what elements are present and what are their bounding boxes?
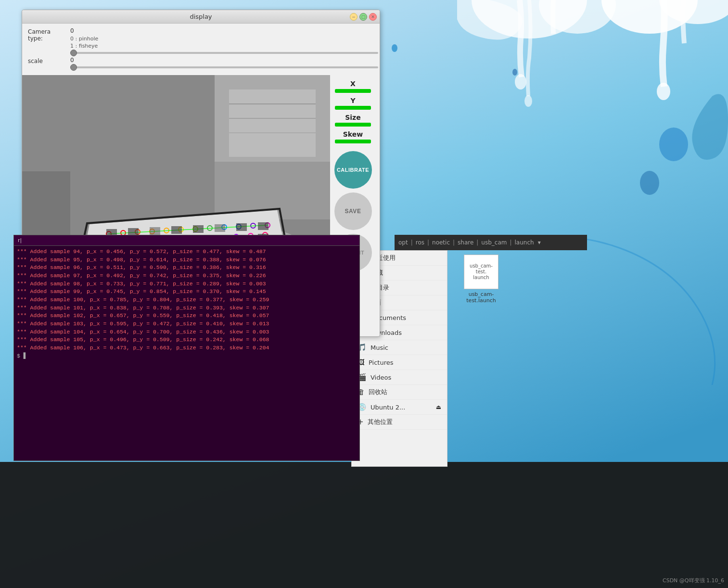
terminal-header-text: r| <box>18 237 22 243</box>
terminal-line: *** Added sample 98, p_x = 0.733, p_y = … <box>17 280 357 288</box>
controls-area: Camera type: 0 0 : pinhole 1 : fisheye s… <box>22 24 380 75</box>
taskbar-item-launch[interactable]: launch <box>513 239 536 246</box>
calibrate-button[interactable]: CALIBRATE <box>334 151 372 189</box>
metric-x-bar-fill <box>335 89 371 93</box>
camera-type-value: 0 <box>70 27 378 34</box>
minimize-button[interactable]: − <box>350 13 358 21</box>
terminal-content[interactable]: *** Added sample 94, p_x = 0.456, p_y = … <box>14 246 359 460</box>
file-manager-item-label: 回收站 <box>369 388 387 396</box>
file-manager-item[interactable]: 💿Ubuntu 2...⏏ <box>352 400 447 415</box>
window-controls: − □ ✕ <box>350 13 377 21</box>
file-manager-item-label: Music <box>370 344 388 351</box>
save-button[interactable]: SAVE <box>334 192 372 230</box>
taskbar-item-share[interactable]: share <box>456 239 475 246</box>
taskbar-item-noetic[interactable]: noetic <box>430 239 452 246</box>
file-manager-item-label: Pictures <box>369 359 393 366</box>
file-manager-item[interactable]: +其他位置 <box>352 415 447 430</box>
scale-right: 0 <box>70 57 378 68</box>
terminal-line: *** Added sample 104, p_x = 0.654, p_y =… <box>17 328 357 336</box>
metric-y: Y <box>332 97 373 110</box>
file-manager-item[interactable]: 🎬Videos <box>352 370 447 385</box>
terminal-line: *** Added sample 106, p_x = 0.473, p_y =… <box>17 344 357 352</box>
terminal-window: r| *** Added sample 94, p_x = 0.456, p_y… <box>13 235 360 461</box>
metric-skew: Skew <box>332 130 373 143</box>
metric-skew-bar-bg <box>335 140 371 143</box>
metric-size-label: Size <box>345 114 361 121</box>
taskbar-item-ros[interactable]: ros <box>414 239 426 246</box>
camera-option-1: 1 : fisheye <box>70 42 378 50</box>
file-manager-item-label: Videos <box>370 374 391 381</box>
camera-option-0: 0 : pinhole <box>70 35 378 42</box>
taskbar-sep-2: | <box>427 239 429 246</box>
taskbar-sep-1: | <box>411 239 413 246</box>
scale-row: scale 0 <box>28 57 374 68</box>
eject-icon[interactable]: ⏏ <box>436 404 441 410</box>
csdn-watermark: CSDN @Q咩变强 1.10_6 <box>663 577 724 584</box>
svg-rect-86 <box>193 225 204 233</box>
file-manager-item-label: 其他位置 <box>368 418 393 426</box>
file-manager-item-label: Ubuntu 2... <box>370 404 405 411</box>
svg-rect-89 <box>258 222 268 230</box>
terminal-line: *** Added sample 103, p_x = 0.595, p_y =… <box>17 320 357 328</box>
scale-slider-thumb[interactable] <box>70 64 77 71</box>
camera-type-slider-thumb[interactable] <box>70 50 77 56</box>
taskbar: opt | ros | noetic | share | usb_cam | l… <box>395 235 587 250</box>
svg-rect-84 <box>150 227 160 235</box>
taskbar-item-usbcam[interactable]: usb_cam <box>479 239 509 246</box>
camera-type-label: Camera type: <box>28 27 66 42</box>
camera-type-right: 0 0 : pinhole 1 : fisheye <box>70 27 378 54</box>
metric-y-label: Y <box>350 97 355 104</box>
taskbar-sep-5: | <box>510 239 511 246</box>
terminal-line: *** Added sample 101, p_x = 0.838, p_y =… <box>17 304 357 312</box>
file-manager-item[interactable]: 🖼Pictures <box>352 355 447 370</box>
terminal-line: *** Added sample 97, p_x = 0.492, p_y = … <box>17 272 357 280</box>
svg-rect-87 <box>215 224 225 232</box>
camera-options: 0 : pinhole 1 : fisheye <box>70 35 378 50</box>
metric-size-bar-fill <box>335 123 371 127</box>
scale-value: 0 <box>70 57 378 64</box>
metric-x: X <box>332 80 373 93</box>
taskbar-sep-3: | <box>453 239 455 246</box>
close-button[interactable]: ✕ <box>369 13 377 21</box>
file-icon-text: usb_cam-test.launch <box>470 263 493 281</box>
metric-x-label: X <box>350 80 356 88</box>
metric-size-bar-bg <box>335 123 371 127</box>
window-title: display <box>190 13 212 20</box>
terminal-line: *** Added sample 94, p_x = 0.456, p_y = … <box>17 248 357 256</box>
svg-rect-85 <box>171 226 182 234</box>
file-icon-box[interactable]: usb_cam-test.launch <box>464 255 498 289</box>
window-titlebar: display − □ ✕ <box>22 10 380 24</box>
terminal-line: *** Added sample 99, p_x = 0.745, p_y = … <box>17 288 357 296</box>
terminal-header: r| <box>14 235 359 246</box>
file-icon-area: usb_cam-test.launch usb_cam-test.launch <box>452 250 510 308</box>
metric-skew-bar-fill <box>335 140 371 143</box>
terminal-line: *** Added sample 102, p_x = 0.657, p_y =… <box>17 312 357 320</box>
metric-size: Size <box>332 114 373 127</box>
taskbar-dropdown-arrow[interactable]: ▾ <box>537 239 542 246</box>
scale-label: scale <box>28 57 66 64</box>
metric-y-bar-bg <box>335 106 371 110</box>
camera-type-slider-track[interactable] <box>70 52 378 54</box>
taskbar-item-opt[interactable]: opt <box>396 239 410 246</box>
scale-slider-track[interactable] <box>70 66 378 68</box>
terminal-line: *** Added sample 100, p_x = 0.785, p_y =… <box>17 296 357 304</box>
svg-rect-17 <box>22 75 118 171</box>
camera-type-row: Camera type: 0 0 : pinhole 1 : fisheye <box>28 27 374 54</box>
file-manager-item[interactable]: 🗑回收站 <box>352 385 447 400</box>
terminal-line: *** Added sample 96, p_x = 0.511, p_y = … <box>17 264 357 272</box>
metric-y-bar-fill <box>335 106 371 110</box>
svg-rect-88 <box>236 223 247 231</box>
terminal-line: *** Added sample 95, p_x = 0.498, p_y = … <box>17 256 357 264</box>
taskbar-sep-4: | <box>476 239 478 246</box>
terminal-line: *** Added sample 105, p_x = 0.496, p_y =… <box>17 336 357 344</box>
metric-skew-label: Skew <box>343 130 363 138</box>
file-manager-item[interactable]: 🎵Music <box>352 340 447 355</box>
svg-rect-120 <box>229 89 316 157</box>
maximize-button[interactable]: □ <box>359 13 367 21</box>
file-icon-label: usb_cam-test.launch <box>460 291 503 304</box>
terminal-cursor: $ ▋ <box>17 352 357 360</box>
metric-x-bar-bg <box>335 89 371 93</box>
